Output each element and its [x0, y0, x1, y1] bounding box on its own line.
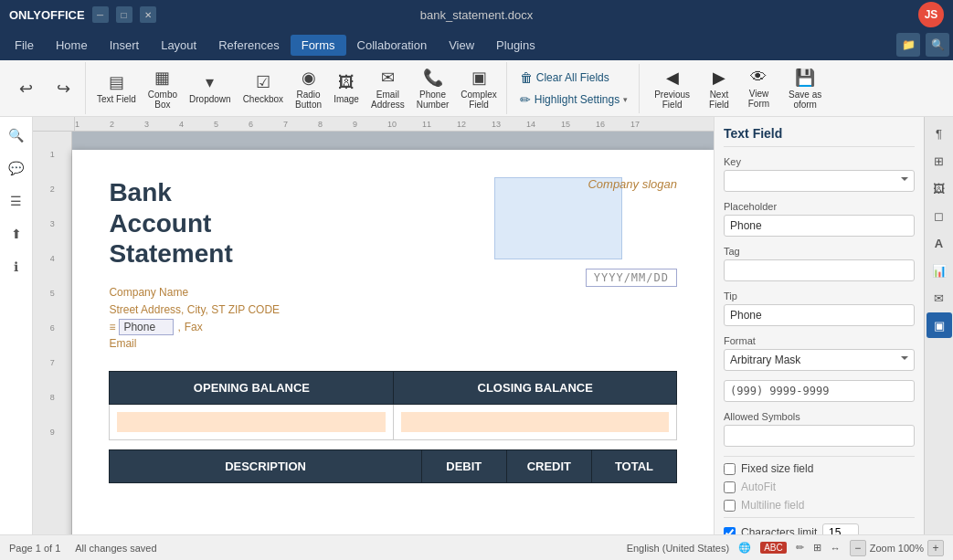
- phone-number-button[interactable]: 📞 PhoneNumber: [411, 64, 455, 113]
- divider2: [724, 517, 915, 518]
- minimize-button[interactable]: ─: [92, 6, 109, 23]
- menu-view[interactable]: View: [438, 35, 485, 56]
- autofit-checkbox[interactable]: [724, 481, 736, 493]
- date-field[interactable]: YYYY/MM/DD: [586, 269, 677, 287]
- title-bar-left: ONLYOFFICE ─ □ ✕: [9, 6, 156, 23]
- sidebar-comment-icon[interactable]: 💬: [4, 155, 29, 181]
- fit-width-icon[interactable]: ↔: [831, 543, 841, 554]
- sidebar-info-icon[interactable]: ℹ: [4, 254, 29, 280]
- dropdown-button[interactable]: ▾ Dropdown: [184, 64, 237, 113]
- sidebar-upload-icon[interactable]: ⬆: [4, 221, 29, 247]
- menu-references[interactable]: References: [207, 35, 290, 56]
- undo-button[interactable]: ↩: [7, 64, 44, 113]
- phone-form-field[interactable]: Phone: [119, 319, 174, 335]
- title-bar-right: JS: [918, 2, 944, 27]
- email-label: Email: [109, 335, 677, 353]
- save-as-oform-button[interactable]: 💾 Save asoform: [779, 64, 831, 113]
- chart-icon[interactable]: 📊: [927, 258, 952, 283]
- mail-icon[interactable]: ✉: [927, 285, 952, 311]
- menu-insert[interactable]: Insert: [99, 35, 151, 56]
- redo-button[interactable]: ↪: [45, 64, 81, 113]
- shape-icon[interactable]: ◻: [927, 203, 952, 228]
- table-icon[interactable]: ⊞: [927, 148, 952, 174]
- paragraph-icon[interactable]: ¶: [927, 121, 952, 146]
- form-panel-icon[interactable]: ▣: [927, 312, 952, 338]
- language-icon[interactable]: 🌐: [738, 542, 751, 554]
- key-label: Key: [724, 156, 915, 167]
- sidebar-search-icon[interactable]: 🔍: [4, 122, 29, 148]
- status-bar-right: English (United States) 🌐 ABC ✏ ⊞ ↔ − Zo…: [627, 540, 944, 556]
- main-area: 🔍 💬 ☰ ⬆ ℹ 123 456 789 101112 131415 1617…: [0, 117, 953, 534]
- highlight-settings-button[interactable]: ✏ Highlight Settings ▾: [516, 90, 631, 109]
- spellcheck-icon[interactable]: ABC: [760, 542, 787, 554]
- zoom-control: − Zoom 100% +: [850, 540, 944, 556]
- char-limit-checkbox[interactable]: [724, 527, 736, 535]
- placeholder-group: Placeholder: [724, 201, 915, 237]
- tag-group: Tag: [724, 246, 915, 281]
- format-label: Format: [724, 335, 915, 346]
- document-area[interactable]: 123 456 789 101112 131415 1617 123456789…: [33, 117, 714, 534]
- menu-home[interactable]: Home: [45, 35, 99, 56]
- clear-all-fields-button[interactable]: 🗑 Clear All Fields: [516, 69, 613, 87]
- track-changes-icon[interactable]: ✏: [796, 542, 804, 554]
- menu-bar: File Home Insert Layout References Forms…: [0, 29, 953, 60]
- search-button[interactable]: 🔍: [926, 33, 949, 57]
- close-button[interactable]: ✕: [140, 6, 156, 23]
- placeholder-label: Placeholder: [724, 201, 915, 212]
- zoom-level: Zoom 100%: [870, 543, 924, 554]
- email-address-button[interactable]: ✉ EmailAddress: [365, 64, 410, 113]
- menu-layout[interactable]: Layout: [150, 35, 207, 56]
- char-limit-row: Characters limit: [724, 523, 915, 534]
- far-right-panel: ¶ ⊞ 🖼 ◻ A 📊 ✉ ▣: [924, 117, 953, 534]
- status-bar: Page 1 of 1 All changes saved English (U…: [0, 534, 953, 560]
- placeholder-input[interactable]: [724, 215, 915, 237]
- format-group: Format None Digits Letters Arbitrary Mas…: [724, 335, 915, 371]
- opening-balance-cell[interactable]: [110, 405, 394, 440]
- mask-group: [724, 380, 915, 402]
- zoom-in-button[interactable]: +: [927, 540, 944, 556]
- multiline-checkbox[interactable]: [724, 500, 736, 512]
- fixed-size-checkbox[interactable]: [724, 463, 736, 475]
- menu-plugins[interactable]: Plugins: [485, 35, 546, 56]
- total-header: TOTAL: [591, 450, 676, 483]
- zoom-out-button[interactable]: −: [850, 540, 866, 556]
- closing-balance-cell[interactable]: [394, 405, 677, 440]
- tip-input[interactable]: [724, 304, 915, 326]
- menu-file[interactable]: File: [4, 35, 45, 56]
- open-location-button[interactable]: 📁: [896, 33, 920, 57]
- char-limit-input[interactable]: [822, 523, 859, 534]
- closing-balance-header: CLOSING BALANCE: [394, 372, 677, 405]
- debit-header: DEBIT: [421, 450, 506, 483]
- maximize-button[interactable]: □: [116, 6, 132, 23]
- radio-button-button[interactable]: ◉ RadioButton: [290, 64, 327, 113]
- text-field-button[interactable]: ▤ Text Field: [91, 64, 142, 113]
- next-field-button[interactable]: ▶ NextField: [700, 64, 738, 113]
- sidebar-list-icon[interactable]: ☰: [4, 188, 29, 214]
- document-filename: bank_statement.docx: [420, 8, 534, 22]
- menu-forms[interactable]: Forms: [291, 35, 346, 56]
- quick-access-group: ↩ ↪: [4, 62, 86, 114]
- tag-input[interactable]: [724, 259, 915, 281]
- navigation-group: ◀ PreviousField ▶ NextField 👁 ViewForm 💾…: [641, 62, 834, 114]
- language-selector[interactable]: English (United States): [627, 543, 730, 554]
- allowed-symbols-label: Allowed Symbols: [724, 411, 915, 422]
- image-button[interactable]: 🖼 Image: [328, 64, 365, 113]
- menu-collaboration[interactable]: Collaboration: [346, 35, 439, 56]
- user-avatar[interactable]: JS: [918, 2, 944, 27]
- street-address: Street Address, City, ST ZIP CODE: [109, 301, 677, 319]
- allowed-symbols-input[interactable]: [724, 425, 915, 447]
- text-art-icon[interactable]: A: [927, 230, 952, 256]
- toolbar: ↩ ↪ ▤ Text Field ▦ ComboBox ▾ Dropdown ☑…: [0, 60, 953, 117]
- view-form-button[interactable]: 👁 ViewForm: [739, 64, 778, 113]
- mask-input[interactable]: [724, 380, 915, 402]
- key-select[interactable]: [724, 170, 915, 192]
- checkbox-button[interactable]: ☑ Checkbox: [238, 64, 289, 113]
- tag-label: Tag: [724, 246, 915, 257]
- fit-page-icon[interactable]: ⊞: [813, 542, 821, 554]
- right-panel: Text Field Key Placeholder Tag Tip Forma…: [714, 117, 924, 534]
- previous-field-button[interactable]: ◀ PreviousField: [645, 64, 699, 113]
- complex-field-button[interactable]: ▣ ComplexField: [455, 64, 502, 113]
- combo-box-button[interactable]: ▦ ComboBox: [143, 64, 183, 113]
- format-select[interactable]: None Digits Letters Arbitrary Mask Regul…: [724, 349, 915, 371]
- image-panel-icon[interactable]: 🖼: [927, 175, 952, 201]
